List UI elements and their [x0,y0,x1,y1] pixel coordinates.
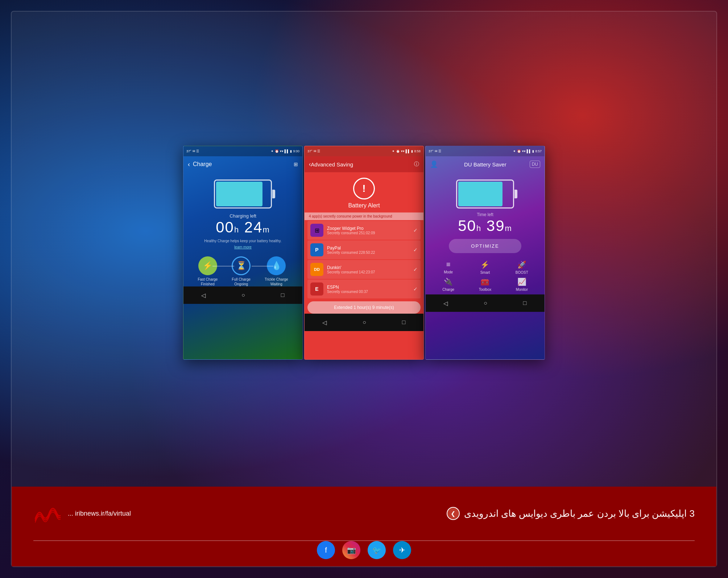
phone3-optimize-button[interactable]: OPTIMIZE [449,239,521,253]
zooper-icon: ⊞ [310,224,323,237]
phone3-signal-icon: ▌▌ [527,149,531,153]
phone2-recents-nav[interactable]: □ [402,319,406,326]
phone3-profile-icon[interactable]: 👤 [430,160,438,168]
phone3-minutes-unit: m [505,224,512,233]
phone2-battery-icon: ▮ [411,149,413,153]
zooper-consumed: Secretly consumed 251:02:09 [327,231,410,235]
phone3-bluetooth-icon: ✦ [513,149,516,153]
phone1-title: Charge [193,161,294,168]
facebook-label: f [325,546,327,554]
phone3-battery-visual: + 88% ⚡ 83.6°F [426,172,545,210]
phone3-title: DU Battery Saver [441,161,530,168]
phone1-status-icons: ✉ ☰ [193,149,199,153]
phone3-icons-grid: ≡ Mode ⚡ Smart 🚀 BOOST 🔌 Charge 🧰 T [426,257,545,294]
phone3-battery-fill [458,182,502,206]
main-container: 37° ✉ ☰ ✦ ⏰ ▾▾ ▌▌ ▮ 9:00 ‹ Charge ⊞ [11,11,717,567]
phone3-hours-unit: h [476,224,481,233]
twitter-icon[interactable]: 🐦 [368,541,386,559]
phone1-calendar-icon[interactable]: ⊞ [294,161,298,167]
zooper-check[interactable]: ✓ [413,227,418,233]
phone2-extend-button[interactable]: Extended 1 hour(s) 9 minute(s) [307,301,421,314]
phone1-header: ‹ Charge ⊞ [183,156,302,172]
phone3-du-icon[interactable]: DU [530,161,540,168]
boost-icon: 🚀 [517,260,526,269]
paypal-consumed: Secretly consumed 228:50:22 [327,251,410,255]
phone1-temp: 37° [186,149,191,153]
phone1-minutes: 24 [244,219,263,236]
phone1-home-nav[interactable]: ○ [241,292,245,298]
dunkin-consumed: Secretly consumed 142:23:07 [327,270,410,274]
phone1-charging-left-label: Charging left [183,213,302,219]
dunkin-check[interactable]: ✓ [413,267,418,272]
list-item: DD Dunkin' Secretly consumed 142:23:07 ✓ [307,260,421,279]
phone2-alarm-icon: ⏰ [396,149,400,153]
paypal-check[interactable]: ✓ [413,247,418,253]
phone2-status-left: 37° ✉ ☰ [307,149,320,153]
phone3-battery-body [456,179,514,209]
zooper-info: Zooper Widget Pro Secretly consumed 251:… [327,226,410,235]
phone1-trickle-charge-item: 💧 Trickle ChargeWaiting [265,256,288,286]
toolbox-icon-item[interactable]: 🧰 Toolbox [468,277,502,292]
phone2-temp: 37° [307,149,313,153]
phone1-learn-more[interactable]: learn more [183,245,302,249]
phone3-recents-nav[interactable]: □ [523,300,527,306]
phone1-full-charge-item: ⏳ Full ChargeOngoing [232,256,251,286]
phone3-back-nav[interactable]: ◁ [443,300,448,307]
phone1-recents-nav[interactable]: □ [281,292,285,298]
phone2-alert-circle: ! [353,178,375,199]
monitor-label: Monitor [516,288,528,292]
charge-icon-item[interactable]: 🔌 Charge [431,277,465,292]
espn-name: ESPN [327,285,410,290]
phone1-back-nav[interactable]: ◁ [201,292,206,299]
monitor-icon-item[interactable]: 📈 Monitor [505,277,539,292]
phone2-alert-title: Battery Alert [305,202,423,209]
phone2-back-nav[interactable]: ◁ [322,319,327,326]
phone1-battery-icon: ▮ [290,149,292,153]
phone3-status-left: 37° ✉ ☰ [429,149,441,153]
phone2-time: 8:58 [414,149,421,153]
phone2-info-icon[interactable]: ⓘ [414,161,419,168]
phone3-time-value: 50h 39m [426,217,545,235]
phone2-bluetooth-icon: ✦ [392,149,395,153]
phone2-app-list: ⊞ Zooper Widget Pro Secretly consumed 25… [305,221,423,298]
toolbox-label: Toolbox [479,288,491,292]
bottom-logo-row: ... iribnews.ir/fa/virtual 3 اپلیکیشن بر… [12,487,716,540]
phone3-status-bar: 37° ✉ ☰ ✦ ⏰ ▾▾ ▌▌ ▮ 8:57 [426,146,545,156]
phone3-status-icons: ✉ ☰ [435,149,442,153]
mode-label: Mode [444,270,453,274]
list-item: P PayPal Secretly consumed 228:50:22 ✓ [307,240,421,259]
espn-check[interactable]: ✓ [413,286,418,292]
phone1-signal-icon: ▌▌ [285,149,289,153]
page-main-title: 3 اپلیکیشن برای بالا بردن عمر باطری دیوا… [464,508,695,519]
phone2-signal-icon: ▌▌ [406,149,410,153]
boost-icon-item[interactable]: 🚀 BOOST [505,260,539,274]
phone2-advanced-saving: 37° ✉ ☰ ✦ ⏰ ▾▾ ▌▌ ▮ 8:58 ‹ Advanced Savi… [304,146,424,360]
phone1-charging-left: Charging left 00h 24m [183,210,302,238]
phone1-bluetooth-icon: ✦ [271,149,274,153]
social-icons-row: f 📷 🐦 ✈ [12,541,716,566]
phone3-home-nav[interactable]: ○ [484,300,487,306]
phone3-status-right: ✦ ⏰ ▾▾ ▌▌ ▮ 8:57 [513,149,542,153]
phone2-home-nav[interactable]: ○ [363,319,366,326]
phone2-status-right: ✦ ⏰ ▾▾ ▌▌ ▮ 8:58 [392,149,421,153]
website-text: ... iribnews.ir/fa/virtual [68,510,131,517]
smart-icon-item[interactable]: ⚡ Smart [468,260,502,274]
circle-arrow-icon[interactable]: ❯ [447,507,460,520]
phone1-full-charge-icon: ⏳ [232,256,251,275]
instagram-icon[interactable]: 📷 [342,541,360,559]
phone1-wifi-icon: ▾▾ [280,149,284,153]
phone1-trickle-charge-label: Trickle ChargeWaiting [265,277,288,286]
mode-icon-item[interactable]: ≡ Mode [431,260,465,274]
facebook-icon[interactable]: f [317,541,335,559]
phones-area: 37° ✉ ☰ ✦ ⏰ ▾▾ ▌▌ ▮ 9:00 ‹ Charge ⊞ [12,12,716,487]
zooper-name: Zooper Widget Pro [327,226,410,231]
phone1-status-right: ✦ ⏰ ▾▾ ▌▌ ▮ 9:00 [271,149,299,153]
paypal-name: PayPal [327,245,410,251]
phone1-hours: 00 [216,219,234,236]
telegram-icon[interactable]: ✈ [393,541,411,559]
irib-logo [33,503,62,524]
phone1-back-button[interactable]: ‹ [188,161,190,168]
phone3-battery-icon: ▮ [532,149,534,153]
phone2-wifi-icon: ▾▾ [401,149,405,153]
phone3-du-battery: 37° ✉ ☰ ✦ ⏰ ▾▾ ▌▌ ▮ 8:57 👤 DU Battery Sa… [425,146,545,360]
